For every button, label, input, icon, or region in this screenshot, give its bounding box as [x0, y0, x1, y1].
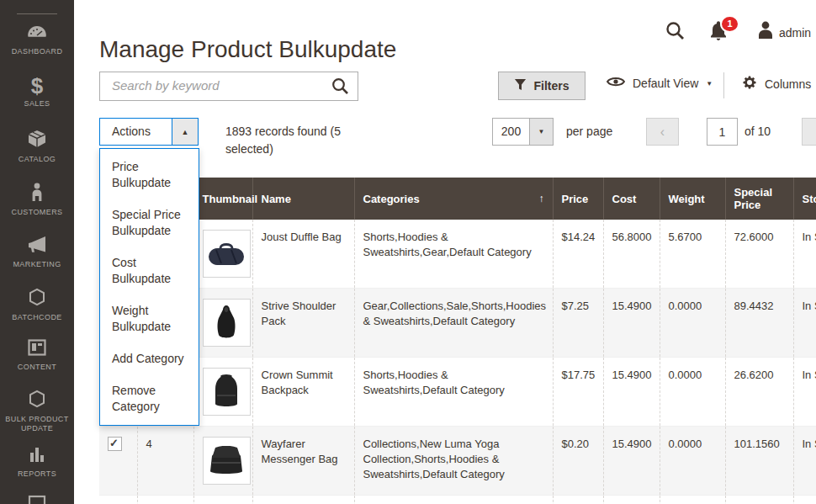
default-view-control[interactable]: Default View ▼ — [607, 76, 713, 91]
chevron-up-icon[interactable]: ▲ — [172, 119, 198, 145]
per-page-select[interactable]: 200 ▼ — [492, 118, 554, 146]
sidebar-item-reports[interactable]: REPORTS — [0, 446, 74, 479]
sidebar-item-label: BULK PRODUCT UPDATE — [0, 415, 74, 433]
sidebar: DASHBOARD $ SALES CATALOG CUSTOMERS MARK… — [0, 0, 74, 504]
product-stock: In Stock — [793, 289, 816, 358]
product-weight: 0.0000 — [660, 289, 725, 358]
admin-user-label[interactable]: admin — [779, 26, 811, 40]
stores-icon — [0, 495, 74, 504]
product-weight: 0.0000 — [660, 358, 725, 427]
header-special-price[interactable]: Special Price — [725, 178, 793, 220]
sidebar-item-sales[interactable]: $ SALES — [0, 76, 74, 109]
product-categories: Collections,New Luma Yoga Collection,Sho… — [354, 427, 553, 496]
actions-button-label: Actions — [112, 125, 151, 138]
menu-item-add-category[interactable]: Add Category — [100, 351, 199, 367]
sidebar-item-customers[interactable]: CUSTOMERS — [0, 183, 74, 217]
keyword-search-icon[interactable] — [331, 77, 349, 98]
product-price: $0.20 — [553, 427, 603, 496]
sidebar-item-batchcode[interactable]: BATCHCODE — [0, 288, 74, 322]
header-thumbnail[interactable]: Thumbnail — [193, 178, 252, 220]
content-icon — [0, 339, 74, 359]
actions-dropdown-menu: Price Bulkupdate Special Price Bulkupdat… — [99, 148, 199, 426]
keyword-search-input[interactable] — [100, 72, 335, 98]
product-price: $24.47 — [553, 496, 603, 504]
reports-icon — [0, 446, 74, 466]
product-cost: 15.4900 — [603, 427, 660, 496]
product-special-price: 101.1560 — [725, 427, 793, 496]
product-thumbnail — [203, 368, 251, 416]
product-special-price: 26.6200 — [725, 358, 793, 427]
sidebar-item-partial[interactable] — [0, 495, 74, 504]
next-page-button[interactable] — [802, 118, 816, 146]
row-id: 5 — [137, 496, 193, 504]
product-thumbnail — [203, 437, 251, 485]
sidebar-item-label: SALES — [0, 99, 74, 109]
row-checkbox[interactable] — [108, 437, 122, 451]
keyword-search-box — [99, 72, 358, 101]
product-special-price: 89.4432 — [725, 289, 793, 358]
default-view-label: Default View — [633, 77, 698, 90]
table-row: 1 Joust Duffle Bag Shorts,Hoodies & Swea… — [99, 220, 816, 289]
product-name[interactable]: Joust Duffle Bag — [252, 220, 354, 289]
chevron-down-icon: ▼ — [706, 80, 713, 88]
sidebar-item-marketing[interactable]: MARKETING — [0, 236, 74, 269]
dashboard-icon — [0, 25, 74, 44]
header-categories[interactable]: ↑ Categories — [354, 178, 553, 220]
previous-page-button[interactable]: ‹ — [646, 118, 679, 146]
product-special-price: 13.3100 — [725, 496, 793, 504]
product-categories: Gear,Collections,Sale,Shorts,Hoodies & S… — [354, 289, 553, 358]
sidebar-item-label: BATCHCODE — [0, 313, 74, 322]
sidebar-item-label: CONTENT — [0, 363, 74, 372]
header-name[interactable]: Name — [252, 178, 354, 220]
notification-count-badge[interactable]: 1 — [720, 15, 739, 33]
product-grid: Thumbnail Name ↑ Categories Price Cost W… — [99, 178, 816, 504]
menu-item-special-price-bulkupdate[interactable]: Special Price Bulkupdate — [100, 207, 199, 239]
filters-button[interactable]: Filters — [498, 72, 586, 100]
menu-item-price-bulkupdate[interactable]: Price Bulkupdate — [100, 159, 199, 191]
main-content: Manage Product Bulkupdate 1 admin Filter… — [74, 0, 816, 504]
actions-button[interactable]: Actions ▲ — [99, 118, 199, 146]
catalog-icon — [0, 130, 74, 151]
product-thumbnail — [203, 230, 251, 278]
per-page-value: 200 — [493, 119, 529, 145]
table-row: 3 Crown Summit Backpack Shorts,Hoodies &… — [99, 358, 816, 427]
product-stock: In Stock — [793, 496, 816, 504]
product-categories: Collections,New Luma Yoga Collection,Def… — [354, 496, 553, 504]
sidebar-item-catalog[interactable]: CATALOG — [0, 130, 74, 164]
columns-label: Columns — [765, 77, 811, 91]
header-cost[interactable]: Cost — [603, 178, 660, 220]
per-page-label: per page — [566, 125, 612, 138]
product-categories: Shorts,Hoodies & Sweatshirts,Default Cat… — [354, 358, 553, 427]
eye-icon — [607, 76, 625, 91]
product-special-price: 72.6000 — [725, 220, 793, 289]
global-search-icon[interactable] — [665, 21, 685, 44]
admin-user-icon[interactable] — [757, 21, 774, 43]
sidebar-divider — [17, 13, 57, 14]
product-name[interactable]: Rival Field Messenger — [252, 496, 354, 504]
total-pages-label: of 10 — [744, 125, 771, 138]
product-name[interactable]: Crown Summit Backpack — [252, 358, 354, 427]
sidebar-item-dashboard[interactable]: DASHBOARD — [0, 25, 74, 56]
sidebar-item-bulk-product-update[interactable]: BULK PRODUCT UPDATE — [0, 390, 74, 433]
product-name[interactable]: Wayfarer Messenger Bag — [252, 427, 354, 496]
current-page-input[interactable] — [707, 118, 738, 146]
header-price[interactable]: Price — [553, 178, 603, 220]
product-cost: 15.4900 — [603, 358, 660, 427]
product-categories: Shorts,Hoodies & Sweatshirts,Gear,Defaul… — [354, 220, 553, 289]
product-stock: In Stock — [793, 220, 816, 289]
menu-item-remove-category[interactable]: Remove Category — [100, 383, 199, 415]
sidebar-item-content[interactable]: CONTENT — [0, 339, 74, 372]
sort-ascending-icon: ↑ — [539, 193, 544, 204]
row-id: 4 — [137, 427, 193, 496]
filter-funnel-icon — [514, 78, 527, 93]
product-name[interactable]: Strive Shoulder Pack — [252, 289, 354, 358]
admin-page: DASHBOARD $ SALES CATALOG CUSTOMERS MARK… — [0, 0, 816, 504]
table-row: 2 Strive Shoulder Pack Gear,Collections,… — [99, 289, 816, 358]
menu-item-cost-bulkupdate[interactable]: Cost Bulkupdate — [100, 255, 199, 287]
sidebar-item-label: DASHBOARD — [0, 47, 74, 56]
columns-control[interactable]: Columns — [742, 75, 811, 93]
header-weight[interactable]: Weight — [660, 178, 725, 220]
header-stock[interactable]: Stock — [793, 178, 816, 220]
menu-item-weight-bulkupdate[interactable]: Weight Bulkupdate — [100, 303, 199, 335]
product-price: $7.25 — [553, 289, 603, 358]
